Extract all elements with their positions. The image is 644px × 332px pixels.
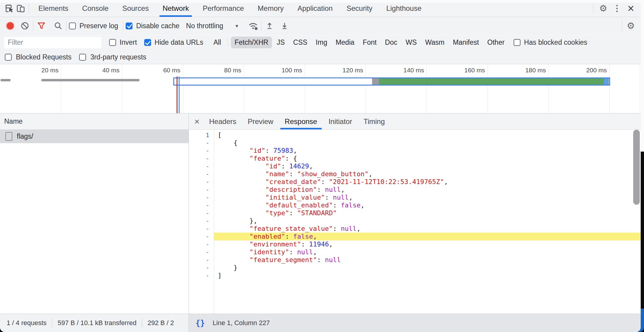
settings-gear-icon[interactable]: ⚙ bbox=[597, 2, 610, 14]
type-filter-js[interactable]: JS bbox=[273, 37, 288, 48]
disable-cache-checkbox[interactable] bbox=[126, 23, 133, 29]
name-column-header[interactable]: Name bbox=[0, 113, 189, 130]
request-row-flags[interactable]: flags/ bbox=[0, 130, 189, 143]
detail-tab-initiator[interactable]: Initiator bbox=[329, 113, 352, 129]
close-devtools-icon[interactable]: × bbox=[625, 2, 637, 14]
editor-scrollbar[interactable] bbox=[633, 130, 640, 205]
type-filter-fetch-xhr[interactable]: Fetch/XHR bbox=[231, 37, 272, 48]
code-line: }, bbox=[218, 217, 641, 225]
close-details-icon[interactable]: × bbox=[194, 117, 200, 126]
tab-console[interactable]: Console bbox=[75, 0, 115, 17]
tab-network[interactable]: Network bbox=[156, 0, 196, 17]
preserve-log-label[interactable]: Preserve log bbox=[79, 22, 118, 30]
network-options-bar: Blocked Requests 3rd-party requests bbox=[0, 50, 641, 64]
divider bbox=[142, 319, 142, 327]
tab-sources[interactable]: Sources bbox=[115, 0, 156, 17]
devtools-tab-bar: ElementsConsoleSourcesNetworkPerformance… bbox=[0, 0, 641, 17]
timeline-tick-label: 160 ms bbox=[464, 67, 485, 74]
detail-tab-headers[interactable]: Headers bbox=[209, 113, 237, 129]
throttling-select[interactable]: No throttling ▼ bbox=[186, 22, 239, 30]
type-filter-ws[interactable]: WS bbox=[402, 37, 420, 48]
overview-request-bar bbox=[41, 79, 139, 81]
invert-label[interactable]: Invert bbox=[120, 38, 137, 47]
request-details-panel: × HeadersPreviewResponseInitiatorTiming … bbox=[189, 113, 641, 314]
code-line: ] bbox=[218, 272, 641, 279]
device-toolbar-icon[interactable] bbox=[15, 3, 26, 14]
type-filter-doc[interactable]: Doc bbox=[381, 37, 401, 48]
tab-lighthouse[interactable]: Lighthouse bbox=[379, 0, 428, 17]
chevron-down-icon: ▼ bbox=[235, 23, 239, 29]
timeline-gridline bbox=[640, 64, 640, 113]
more-options-icon[interactable]: ⋮ bbox=[611, 2, 623, 14]
type-filter-all[interactable]: All bbox=[210, 37, 225, 48]
timeline-gridline bbox=[609, 64, 610, 113]
timeline-gridline bbox=[183, 64, 183, 113]
type-filter-media[interactable]: Media bbox=[332, 37, 358, 48]
detail-tab-preview[interactable]: Preview bbox=[248, 113, 273, 129]
has-blocked-cookies-checkbox[interactable] bbox=[514, 39, 520, 46]
invert-checkbox[interactable] bbox=[109, 39, 116, 46]
network-settings-gear-icon[interactable]: ⚙ bbox=[625, 20, 637, 32]
gutter-line-marker: - bbox=[189, 139, 209, 147]
tab-elements[interactable]: Elements bbox=[31, 0, 75, 17]
timeline-gridline bbox=[548, 64, 549, 113]
type-filter-other[interactable]: Other bbox=[484, 37, 508, 48]
type-filter-wasm[interactable]: Wasm bbox=[422, 37, 448, 48]
gutter-line-marker: - bbox=[189, 162, 209, 170]
third-party-requests-checkbox[interactable] bbox=[79, 54, 86, 61]
blocked-requests-label[interactable]: Blocked Requests bbox=[16, 53, 71, 61]
divider bbox=[593, 3, 593, 14]
code-line: "initial_value": null, bbox=[218, 194, 641, 201]
main-panel-tabs: ElementsConsoleSourcesNetworkPerformance… bbox=[31, 0, 428, 17]
tab-memory[interactable]: Memory bbox=[251, 0, 291, 17]
inspect-element-icon[interactable] bbox=[4, 3, 15, 14]
filter-funnel-icon[interactable] bbox=[36, 20, 47, 32]
detail-tab-response[interactable]: Response bbox=[285, 113, 317, 129]
clear-network-log-icon[interactable] bbox=[19, 20, 31, 32]
type-filter-font[interactable]: Font bbox=[359, 37, 380, 48]
divider bbox=[29, 3, 29, 14]
gutter-line-marker: - bbox=[189, 240, 209, 248]
overview-selected-request bbox=[173, 77, 610, 86]
timeline-tick-label: 120 ms bbox=[342, 67, 363, 74]
request-segment-end-cap bbox=[604, 78, 609, 85]
blocked-requests-checkbox[interactable] bbox=[5, 54, 12, 61]
third-party-requests-label[interactable]: 3rd-party requests bbox=[90, 53, 146, 61]
search-icon[interactable] bbox=[52, 20, 64, 32]
import-har-icon[interactable] bbox=[264, 20, 275, 32]
has-blocked-cookies-label[interactable]: Has blocked cookies bbox=[524, 38, 587, 47]
filter-input[interactable] bbox=[4, 37, 101, 48]
code-line: "feature": { bbox=[218, 155, 641, 162]
tab-performance[interactable]: Performance bbox=[196, 0, 251, 17]
code-line: "identity": null, bbox=[218, 248, 641, 256]
hide-data-urls-label[interactable]: Hide data URLs bbox=[155, 38, 203, 47]
timeline-tick-label: 140 ms bbox=[404, 67, 424, 74]
tab-bar-controls: ⚙ ⋮ × bbox=[591, 2, 641, 14]
gutter-line-marker: - bbox=[189, 201, 209, 209]
type-filter-manifest[interactable]: Manifest bbox=[449, 37, 482, 48]
preserve-log-checkbox[interactable] bbox=[69, 23, 76, 29]
gutter-line-marker: - bbox=[189, 264, 209, 272]
code-line: "id": 75983, bbox=[218, 147, 641, 155]
code-line: } bbox=[218, 264, 641, 272]
timeline-gridline bbox=[61, 64, 61, 113]
request-list-panel: Name flags/ bbox=[0, 113, 189, 314]
network-overview-timeline[interactable]: 20 ms40 ms60 ms80 ms100 ms120 ms140 ms16… bbox=[0, 64, 641, 113]
gutter-line-marker: - bbox=[189, 272, 209, 279]
detail-tab-timing[interactable]: Timing bbox=[363, 113, 385, 129]
editor-status-bar: {} Line 1, Column 227 bbox=[189, 314, 641, 332]
network-summary-bar: 1 / 4 requests597 B / 10.1 kB transferre… bbox=[0, 314, 189, 332]
record-network-log-icon[interactable] bbox=[7, 22, 14, 29]
timeline-gridline bbox=[244, 64, 244, 113]
hide-data-urls-checkbox[interactable] bbox=[144, 39, 151, 46]
disable-cache-label[interactable]: Disable cache bbox=[136, 22, 179, 30]
type-filter-css[interactable]: CSS bbox=[290, 37, 311, 48]
tab-security[interactable]: Security bbox=[340, 0, 380, 17]
tab-application[interactable]: Application bbox=[291, 0, 339, 17]
code-line: "feature_segment": null bbox=[218, 256, 641, 264]
pretty-print-icon[interactable]: {} bbox=[195, 318, 205, 327]
type-filter-img[interactable]: Img bbox=[312, 37, 331, 48]
divider bbox=[622, 21, 622, 31]
export-har-icon[interactable] bbox=[279, 20, 290, 32]
network-conditions-icon[interactable] bbox=[247, 20, 259, 32]
